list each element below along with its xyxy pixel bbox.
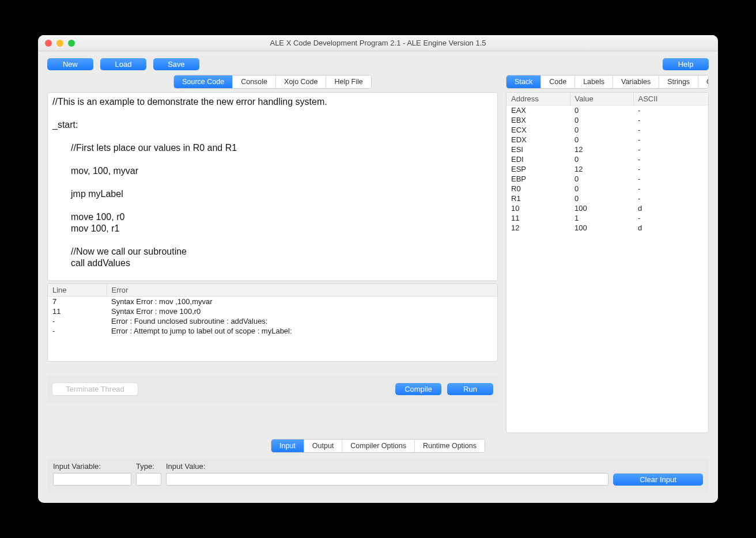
stack-row[interactable]: EAX0- <box>506 105 708 116</box>
stack-col-address[interactable]: Address <box>506 93 570 105</box>
stack-row[interactable]: EBP0- <box>506 174 708 184</box>
code-editor[interactable]: //This is an example to demonstrate the … <box>47 92 498 281</box>
stack-row[interactable]: ECX0- <box>506 125 708 135</box>
stack-cell-value: 1 <box>570 213 633 223</box>
error-line: - <box>48 316 107 326</box>
code-line <box>52 269 495 281</box>
minimize-icon[interactable] <box>56 40 63 47</box>
stack-row[interactable]: 111- <box>506 213 708 223</box>
stack-cell-ascii: - <box>633 125 708 135</box>
new-button[interactable]: New <box>47 58 93 70</box>
stack-row[interactable]: ESI12- <box>506 145 708 154</box>
stack-row[interactable]: EDX0- <box>506 135 708 145</box>
action-row: Terminate Thread Compile Run <box>47 376 498 403</box>
stack-cell-ascii: - <box>633 213 708 223</box>
maximize-icon[interactable] <box>68 40 75 47</box>
stack-row[interactable]: EBX0- <box>506 115 708 125</box>
tab-stack[interactable]: Stack <box>506 75 541 88</box>
stack-cell-value: 0 <box>570 174 633 184</box>
code-line: move 100, r0 <box>52 211 495 223</box>
stack-row[interactable]: R10- <box>506 194 708 203</box>
error-text: Error : Found unclosed subroutine : addV… <box>107 316 497 326</box>
input-variable-label: Input Variable: <box>53 462 131 471</box>
stack-cell-address: ESP <box>506 164 570 174</box>
compile-button[interactable]: Compile <box>395 383 441 395</box>
top-toolbar: New Load Save Help <box>38 51 718 75</box>
tab-code[interactable]: Code <box>541 75 575 88</box>
stack-col-ascii[interactable]: ASCII <box>633 93 708 105</box>
stack-cell-ascii: d <box>633 203 708 213</box>
tab-xojo-code[interactable]: Xojo Code <box>276 75 326 88</box>
stack-panel: Address Value ASCII EAX0-EBX0-ECX0-EDX0-… <box>506 92 709 433</box>
input-type-label: Type: <box>136 462 161 471</box>
stack-cell-ascii: - <box>633 174 708 184</box>
errors-col-error[interactable]: Error <box>107 284 497 297</box>
help-button[interactable]: Help <box>663 58 709 70</box>
stack-row[interactable]: 10100d <box>506 203 708 213</box>
stack-cell-value: 0 <box>570 135 633 145</box>
tab-help-file[interactable]: Help File <box>326 75 371 88</box>
code-line: mov, 100, myvar <box>52 165 495 177</box>
code-line: //Now we call our subroutine <box>52 246 495 257</box>
code-line: call addValues <box>52 257 495 269</box>
stack-cell-address: EBP <box>506 174 570 184</box>
input-variable-field[interactable] <box>53 473 131 486</box>
tab-input[interactable]: Input <box>271 440 304 452</box>
tab-console[interactable]: Console <box>233 75 276 88</box>
stack-cell-value: 100 <box>570 203 633 213</box>
stack-row[interactable]: EDI0- <box>506 154 708 164</box>
error-text: Syntax Error : move 100,r0 <box>107 306 497 316</box>
stack-cell-address: R1 <box>506 194 570 203</box>
terminate-thread-button[interactable]: Terminate Thread <box>52 382 138 396</box>
close-icon[interactable] <box>45 40 52 47</box>
input-type-field[interactable] <box>136 473 161 486</box>
stack-cell-value: 0 <box>570 105 633 116</box>
save-button[interactable]: Save <box>153 58 199 70</box>
right-tabs: Stack Code Labels Variables Strings Cons… <box>506 75 709 89</box>
load-button[interactable]: Load <box>100 58 146 70</box>
main-row: Source Code Console Xojo Code Help File … <box>38 75 718 433</box>
clear-input-button[interactable]: Clear Input <box>613 473 703 486</box>
left-tabs: Source Code Console Xojo Code Help File <box>173 75 372 89</box>
stack-cell-value: 100 <box>570 223 633 233</box>
tab-source-code[interactable]: Source Code <box>174 75 233 88</box>
stack-cell-address: ESI <box>506 145 570 154</box>
stack-cell-value: 0 <box>570 184 633 194</box>
tab-variables[interactable]: Variables <box>613 75 659 88</box>
error-row[interactable]: 11Syntax Error : move 100,r0 <box>48 306 497 316</box>
stack-cell-value: 0 <box>570 194 633 203</box>
stack-cell-ascii: - <box>633 135 708 145</box>
code-line <box>52 200 495 211</box>
tab-compiler-options[interactable]: Compiler Options <box>342 440 415 452</box>
error-row[interactable]: 7Syntax Error : mov ,100,myvar <box>48 297 497 307</box>
app-window: ALE X Code Development Program 2.1 - ALE… <box>38 35 718 503</box>
run-button[interactable]: Run <box>447 383 493 395</box>
stack-cell-ascii: - <box>633 194 708 203</box>
stack-cell-address: 12 <box>506 223 570 233</box>
stack-cell-value: 12 <box>570 164 633 174</box>
stack-cell-address: 11 <box>506 213 570 223</box>
stack-cell-address: R0 <box>506 184 570 194</box>
stack-row[interactable]: 12100d <box>506 223 708 233</box>
stack-cell-address: EDI <box>506 154 570 164</box>
errors-col-line[interactable]: Line <box>48 284 107 297</box>
code-line <box>52 154 495 165</box>
stack-cell-value: 12 <box>570 145 633 154</box>
tab-runtime-options[interactable]: Runtime Options <box>415 440 485 452</box>
stack-table: Address Value ASCII EAX0-EBX0-ECX0-EDX0-… <box>506 93 708 233</box>
error-row[interactable]: -Error : Attempt to jump to label out of… <box>48 326 497 336</box>
content-area: New Load Save Help Source Code Console X… <box>38 51 718 503</box>
stack-col-value[interactable]: Value <box>570 93 633 105</box>
error-line: 11 <box>48 306 107 316</box>
stack-cell-ascii: d <box>633 223 708 233</box>
tab-strings[interactable]: Strings <box>659 75 698 88</box>
stack-row[interactable]: R00- <box>506 184 708 194</box>
tab-constants[interactable]: Constants <box>698 75 709 88</box>
error-row[interactable]: -Error : Found unclosed subroutine : add… <box>48 316 497 326</box>
tab-labels[interactable]: Labels <box>575 75 613 88</box>
stack-cell-ascii: - <box>633 164 708 174</box>
stack-row[interactable]: ESP12- <box>506 164 708 174</box>
input-value-field[interactable] <box>166 473 608 486</box>
tab-output[interactable]: Output <box>304 440 343 452</box>
code-line <box>52 131 495 142</box>
